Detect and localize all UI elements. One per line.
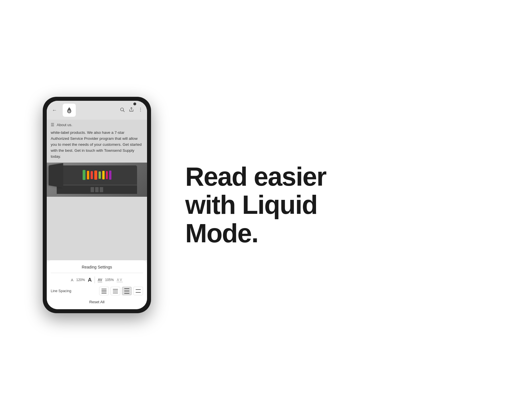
liquid-mode-icon xyxy=(65,106,73,114)
svg-line-4 xyxy=(123,110,124,112)
marketing-headline: Read easier with Liquid Mode. xyxy=(185,163,326,247)
font-size-row: A 120% A AV 105% AV xyxy=(51,276,143,283)
app-toolbar: ← xyxy=(47,101,147,120)
headline-text: Read easier with Liquid Mode. xyxy=(185,163,326,247)
svg-point-6 xyxy=(140,108,141,108)
headline-line1: Read easier xyxy=(185,162,326,191)
font-size-large: A xyxy=(88,277,92,283)
font-size-small: A xyxy=(71,278,74,282)
panel-divider xyxy=(51,273,143,273)
phone-screen: ← xyxy=(47,101,147,309)
headline-line2: with Liquid xyxy=(185,190,317,219)
headline-line3: Mode. xyxy=(185,219,258,248)
char-spacing-icon: AV xyxy=(98,278,102,282)
marketing-section: Read easier with Liquid Mode. xyxy=(162,163,509,247)
search-button[interactable] xyxy=(120,107,125,114)
phone-wrapper: ← xyxy=(31,97,162,313)
section-label: About us. xyxy=(57,123,72,127)
app-logo xyxy=(63,104,76,117)
row-divider xyxy=(95,276,95,283)
reset-all-button[interactable]: Reset All xyxy=(51,299,143,305)
content-image xyxy=(47,163,147,197)
more-button[interactable] xyxy=(138,107,143,114)
content-text: white-label products. We also have a 7-s… xyxy=(47,129,147,163)
spacing-buttons xyxy=(99,287,143,295)
spacing-wider-button[interactable] xyxy=(133,287,143,295)
char-spacing-percent: 105% xyxy=(105,278,114,282)
font-size-percent: 120% xyxy=(76,278,85,282)
line-spacing-row: Line Spacing xyxy=(51,287,143,295)
svg-point-8 xyxy=(140,111,141,111)
content-header: ☰ About us. xyxy=(47,120,147,129)
menu-icon: ☰ xyxy=(51,122,54,127)
back-button[interactable]: ← xyxy=(51,106,58,114)
phone-device: ← xyxy=(43,97,151,313)
share-button[interactable] xyxy=(129,107,134,114)
reading-settings-title: Reading Settings xyxy=(51,265,143,269)
spacing-wide-button[interactable] xyxy=(122,287,132,295)
reading-settings-panel: Reading Settings A 120% A AV 105% AV xyxy=(47,260,147,309)
char-spacing-icon2: AV xyxy=(117,278,123,282)
spacing-compact-button[interactable] xyxy=(99,287,109,295)
toolbar-actions xyxy=(120,107,143,114)
main-container: ← xyxy=(0,0,532,410)
spacing-normal-button[interactable] xyxy=(111,287,120,295)
svg-point-7 xyxy=(140,109,141,110)
line-spacing-label: Line Spacing xyxy=(51,289,74,293)
phone-camera xyxy=(133,102,136,105)
app-content: ☰ About us. white-label products. We als… xyxy=(47,120,147,260)
